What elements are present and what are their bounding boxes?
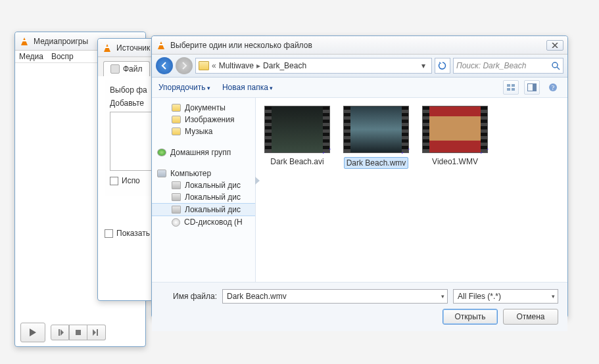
drive-icon [172, 181, 181, 189]
sidebar-computer[interactable]: Компьютер [152, 168, 255, 179]
back-button[interactable] [156, 57, 173, 74]
svg-point-1 [552, 62, 558, 68]
breadcrumb-prefix: « [212, 61, 216, 70]
vlc-cone-icon [102, 43, 112, 53]
file-dialog-footer: Имя файла: Dark Beach.wmv All Files (*.*… [152, 282, 567, 331]
folder-icon [199, 61, 209, 70]
file-name: Video1.WMV [432, 157, 478, 166]
prev-button[interactable] [51, 325, 69, 340]
file-dialog-toolbar: Упорядочить Новая папка ? [152, 78, 567, 98]
organize-menu[interactable]: Упорядочить [158, 83, 210, 92]
next-button[interactable] [87, 325, 106, 340]
file-item-avi[interactable]: Dark Beach.avi [261, 106, 333, 274]
close-button[interactable] [546, 40, 563, 51]
svg-line-2 [557, 67, 560, 70]
file-name: Dark Beach.wmv [344, 157, 409, 169]
svg-text:?: ? [552, 84, 555, 91]
file-list-pane[interactable]: Dark Beach.avi Dark Beach.wmv Video1.WMV [256, 98, 567, 282]
filename-input[interactable]: Dark Beach.wmv [222, 289, 448, 304]
refresh-button[interactable] [435, 58, 450, 74]
video-thumbnail [343, 106, 409, 153]
svg-rect-6 [512, 88, 515, 91]
folder-icon [172, 104, 181, 112]
svg-rect-0 [76, 330, 81, 335]
use-checkbox[interactable] [110, 177, 118, 185]
navigation-pane: Документы Изображения Музыка Домашняя гр… [152, 98, 256, 282]
show-checkbox-label: Показать [116, 229, 150, 238]
cancel-button[interactable]: Отмена [503, 309, 558, 325]
menu-media[interactable]: Медиа [19, 52, 43, 61]
sidebar-images[interactable]: Изображения [152, 114, 255, 125]
folder-icon [172, 127, 181, 135]
sidebar-homegroup[interactable]: Домашняя групп [152, 147, 255, 158]
help-button[interactable]: ? [545, 80, 561, 95]
svg-rect-4 [512, 84, 515, 87]
forward-button[interactable] [176, 57, 193, 74]
player-controls [20, 323, 106, 342]
sidebar-music[interactable]: Музыка [152, 125, 255, 137]
main-title: Медиапроигры [34, 37, 88, 46]
video-thumbnail [264, 106, 330, 153]
tab-file[interactable]: Файл [103, 61, 150, 76]
video-thumbnail [422, 106, 488, 153]
breadcrumb-multiwave[interactable]: Multiwave [219, 61, 254, 70]
svg-rect-5 [507, 88, 510, 91]
splitter-handle-icon[interactable] [255, 177, 260, 185]
file-name: Dark Beach.avi [270, 157, 323, 166]
open-button[interactable]: Открыть [443, 309, 498, 325]
navigation-bar: « Multiwave ▸ Dark_Beach ▾ Поиск: Dark_B… [152, 55, 567, 78]
vlc-cone-icon [19, 36, 30, 47]
chevron-down-icon[interactable]: ▾ [418, 61, 429, 70]
file-dialog-titlebar: Выберите один или несколько файлов [152, 36, 567, 55]
chevron-right-icon: ▸ [256, 61, 260, 70]
play-overlay-icon [481, 145, 489, 154]
homegroup-icon [157, 148, 166, 156]
sidebar-cd-drive[interactable]: CD-дисковод (H [152, 216, 255, 228]
file-dialog-title: Выберите один или несколько файлов [170, 41, 312, 50]
file-type-filter[interactable]: All Files (*.*) [453, 289, 558, 304]
play-overlay-icon [323, 145, 331, 154]
filename-label: Имя файла: [161, 292, 217, 301]
menu-playback[interactable]: Воспр [51, 52, 74, 61]
file-icon [110, 64, 120, 74]
file-item-wmv-selected[interactable]: Dark Beach.wmv [340, 106, 412, 274]
new-folder-button[interactable]: Новая папка [222, 83, 273, 92]
view-options-button[interactable] [503, 80, 519, 95]
sidebar-local-disk-3[interactable]: Локальный дис [152, 203, 255, 216]
sidebar-documents[interactable]: Документы [152, 102, 255, 114]
svg-rect-3 [507, 84, 510, 87]
show-checkbox[interactable] [105, 229, 113, 238]
source-title: Источник [116, 43, 150, 53]
drive-icon [172, 193, 181, 201]
tab-file-label: Файл [123, 64, 143, 74]
play-button[interactable] [20, 323, 45, 342]
svg-rect-8 [533, 84, 536, 91]
use-checkbox-label: Испо [122, 176, 140, 185]
file-item-video1[interactable]: Video1.WMV [419, 106, 491, 274]
search-input[interactable]: Поиск: Dark_Beach [453, 58, 563, 74]
cd-icon [172, 218, 180, 227]
sidebar-local-disk-2[interactable]: Локальный дис [152, 191, 255, 203]
search-placeholder: Поиск: Dark_Beach [456, 61, 526, 70]
folder-icon [172, 116, 181, 124]
file-dialog-body: Документы Изображения Музыка Домашняя гр… [152, 98, 567, 282]
address-bar[interactable]: « Multiwave ▸ Dark_Beach ▾ [195, 58, 432, 74]
vlc-cone-icon [156, 40, 166, 51]
preview-pane-button[interactable] [524, 80, 540, 95]
drive-icon [172, 206, 181, 214]
play-overlay-icon [402, 145, 410, 154]
computer-icon [157, 170, 166, 177]
file-open-dialog: Выберите один или несколько файлов « Mul… [151, 35, 568, 318]
stop-button[interactable] [69, 325, 87, 340]
breadcrumb-darkbeach[interactable]: Dark_Beach [263, 61, 306, 70]
sidebar-local-disk-1[interactable]: Локальный дис [152, 179, 255, 191]
search-icon [552, 62, 560, 70]
